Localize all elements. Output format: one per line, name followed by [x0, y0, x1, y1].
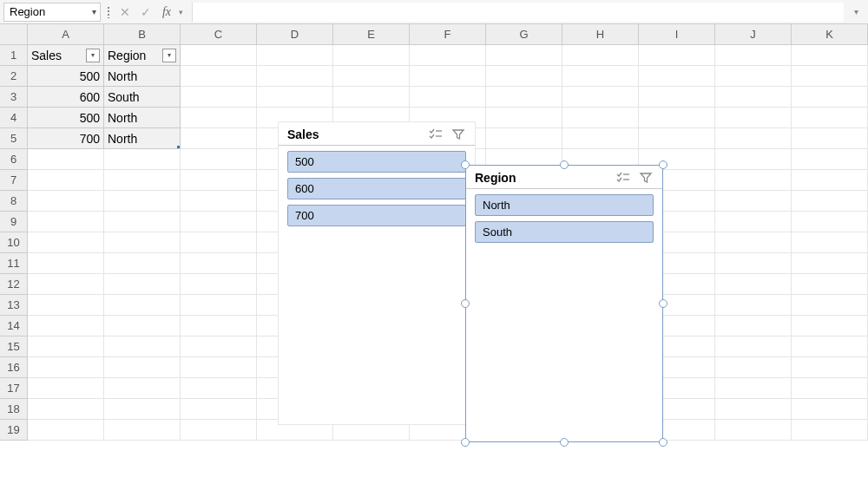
multi-select-icon[interactable] [615, 171, 631, 185]
chevron-down-icon[interactable]: ▾ [179, 8, 183, 16]
row-header[interactable]: 12 [0, 274, 28, 295]
cell[interactable] [28, 420, 104, 441]
row-header[interactable]: 15 [0, 337, 28, 357]
cell[interactable] [792, 212, 868, 232]
cell[interactable] [104, 232, 181, 253]
cell[interactable] [792, 191, 868, 212]
cell[interactable] [181, 45, 257, 66]
column-header[interactable]: K [792, 24, 868, 45]
column-header[interactable]: D [257, 24, 333, 45]
row-header[interactable]: 19 [0, 420, 28, 441]
cell[interactable]: South [104, 87, 181, 108]
cell[interactable] [715, 191, 792, 212]
cell[interactable] [792, 87, 868, 108]
cell[interactable]: North [104, 108, 181, 128]
grip-icon[interactable] [108, 6, 109, 18]
cell[interactable] [562, 66, 639, 87]
cell[interactable] [715, 357, 792, 378]
cell[interactable] [181, 87, 257, 108]
column-header[interactable]: H [562, 24, 639, 45]
cell[interactable] [562, 87, 639, 108]
cell[interactable] [792, 316, 868, 337]
cell[interactable] [181, 420, 257, 441]
cell[interactable] [28, 212, 104, 232]
row-header[interactable]: 4 [0, 108, 28, 128]
filter-dropdown-button[interactable] [86, 49, 100, 62]
cell[interactable]: 500 [28, 108, 104, 128]
cell[interactable] [257, 87, 333, 108]
cell[interactable] [28, 191, 104, 212]
resize-handle[interactable] [461, 438, 470, 447]
cell[interactable] [104, 420, 181, 441]
resize-handle[interactable] [659, 160, 667, 169]
row-header[interactable]: 13 [0, 295, 28, 316]
cell[interactable] [28, 274, 104, 295]
cell[interactable] [715, 295, 792, 316]
clear-filter-icon[interactable] [638, 171, 654, 185]
row-header[interactable]: 11 [0, 253, 28, 274]
cell[interactable] [104, 170, 181, 191]
resize-handle[interactable] [461, 160, 470, 169]
column-header[interactable]: F [410, 24, 486, 45]
row-header[interactable]: 2 [0, 66, 28, 87]
column-header[interactable]: J [715, 24, 792, 45]
row-header[interactable]: 16 [0, 357, 28, 378]
slicer-sales[interactable]: Sales 500 600 700 [278, 121, 476, 425]
cell[interactable] [28, 253, 104, 274]
cell[interactable] [562, 128, 639, 149]
cell[interactable] [486, 108, 562, 128]
slicer-item[interactable]: 700 [287, 205, 466, 226]
formula-input[interactable] [192, 3, 844, 22]
cell[interactable] [715, 108, 792, 128]
row-header[interactable]: 17 [0, 378, 28, 399]
select-all-corner[interactable] [0, 24, 28, 45]
cell[interactable] [104, 149, 181, 170]
resize-handle[interactable] [659, 438, 667, 447]
cell[interactable] [792, 274, 868, 295]
cell[interactable]: 600 [28, 87, 104, 108]
cell[interactable] [104, 337, 181, 357]
multi-select-icon[interactable] [428, 127, 444, 141]
cell[interactable] [104, 295, 181, 316]
cell[interactable] [792, 66, 868, 87]
cell[interactable] [181, 274, 257, 295]
cell[interactable] [410, 87, 486, 108]
row-header[interactable]: 14 [0, 316, 28, 337]
cell[interactable] [28, 357, 104, 378]
name-box[interactable]: Region ▾ [3, 3, 101, 22]
cell[interactable]: North [104, 66, 181, 87]
cell[interactable] [715, 399, 792, 420]
cell[interactable] [792, 128, 868, 149]
cell[interactable] [715, 128, 792, 149]
cell[interactable] [104, 399, 181, 420]
cell[interactable] [181, 232, 257, 253]
cell[interactable] [181, 295, 257, 316]
cell[interactable] [104, 191, 181, 212]
cell[interactable] [104, 357, 181, 378]
cell[interactable] [715, 274, 792, 295]
row-header[interactable]: 6 [0, 149, 28, 170]
cell[interactable] [792, 45, 868, 66]
column-header[interactable]: A [28, 24, 104, 45]
cell[interactable] [181, 357, 257, 378]
slicer-region[interactable]: Region North South [465, 165, 663, 442]
cell[interactable] [792, 420, 868, 441]
cell[interactable] [715, 337, 792, 357]
chevron-down-icon[interactable]: ▾ [92, 7, 96, 16]
cell[interactable] [28, 170, 104, 191]
cell[interactable] [181, 108, 257, 128]
cell[interactable] [333, 45, 410, 66]
cell[interactable] [792, 253, 868, 274]
cell[interactable] [257, 66, 333, 87]
cell[interactable] [28, 295, 104, 316]
row-header[interactable]: 7 [0, 170, 28, 191]
column-header[interactable]: C [181, 24, 257, 45]
clear-filter-icon[interactable] [450, 127, 466, 141]
slicer-item[interactable]: 600 [287, 178, 466, 199]
cell[interactable] [28, 337, 104, 357]
resize-handle[interactable] [659, 299, 667, 308]
cell[interactable] [792, 337, 868, 357]
cell[interactable] [715, 212, 792, 232]
cell[interactable] [792, 295, 868, 316]
cell[interactable] [181, 316, 257, 337]
